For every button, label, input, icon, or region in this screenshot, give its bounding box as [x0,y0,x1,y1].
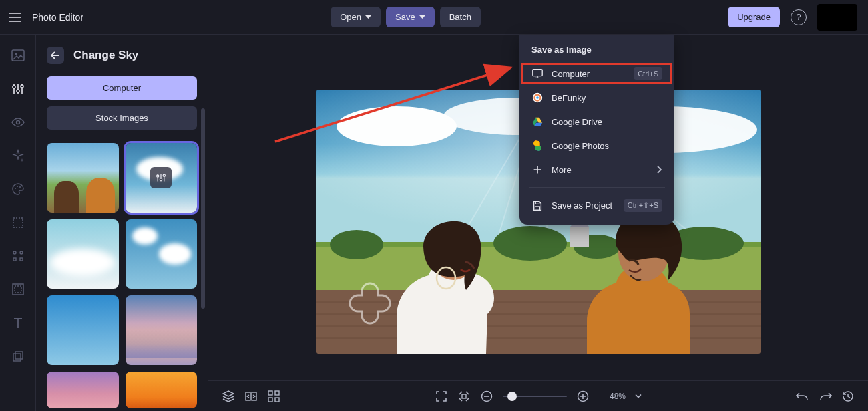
back-button[interactable] [47,47,64,64]
rail-frame-icon[interactable] [11,282,25,297]
zoom-value: 48% [599,392,626,401]
dd-item-google-photos[interactable]: Google Photos [519,134,674,158]
dd-label: Save as Project [552,200,612,211]
svg-point-8 [19,186,21,188]
redo-icon[interactable] [819,390,832,403]
svg-rect-58 [275,391,279,395]
svg-point-7 [17,186,18,187]
upgrade-button[interactable]: Upgrade [728,7,780,27]
dd-item-befunky[interactable]: BeFunky [519,86,674,110]
svg-point-1 [15,53,17,55]
layers-icon[interactable] [222,390,235,403]
zoom-out-icon[interactable] [480,390,493,403]
rail-text-icon[interactable] [11,315,25,330]
open-button[interactable]: Open [331,7,381,27]
dd-item-save-project[interactable]: Save as Project Ctrl+⇧+S [519,193,674,218]
app-title: Photo Editor [32,12,83,23]
thumb-sky-3[interactable] [126,219,198,289]
dd-item-computer[interactable]: Computer Ctrl+S [519,61,674,86]
dd-label: Google Photos [552,141,609,151]
menu-button[interactable] [7,9,24,26]
rail-palette-icon[interactable] [11,182,25,196]
side-panel: Change Sky Computer Stock Images [36,35,208,411]
chevron-right-icon [657,166,662,174]
batch-label: Batch [449,12,471,22]
svg-point-11 [20,251,23,254]
panel-scrollbar[interactable] [201,108,205,309]
svg-rect-38 [570,227,589,247]
chevron-down-icon[interactable] [635,393,642,400]
svg-point-18 [157,175,159,177]
svg-rect-53 [535,201,539,204]
dd-label: Computer [552,69,590,79]
rail-apps-icon[interactable] [11,249,25,263]
thumb-sky-7[interactable] [126,372,198,408]
avatar[interactable] [817,4,857,31]
zoom-slider[interactable] [503,396,567,397]
undo-icon[interactable] [796,390,809,403]
save-dropdown: Save as Image Computer Ctrl+S BeFunky Go… [519,35,674,225]
svg-point-35 [493,226,567,261]
svg-rect-13 [20,258,23,261]
thumb-sky-2[interactable] [47,219,119,289]
history-icon[interactable] [841,390,855,403]
dd-label: BeFunky [552,93,586,103]
thumb-sky-1[interactable] [126,143,198,213]
dd-item-google-drive[interactable]: Google Drive [519,110,674,134]
fullscreen-icon[interactable] [435,390,448,403]
gdrive-icon [531,116,544,128]
plus-icon [531,164,544,176]
monitor-icon [531,67,544,80]
chevron-down-icon [365,15,371,19]
save-label: Save [395,12,415,22]
save-button[interactable]: Save [386,7,435,27]
dd-shortcut: Ctrl+S [634,67,662,80]
tool-rail [0,35,36,411]
thumb-sky-5[interactable] [126,295,198,365]
svg-rect-59 [268,398,272,402]
svg-rect-54 [535,206,539,209]
svg-rect-15 [15,286,21,293]
fit-icon[interactable] [457,390,471,403]
chevron-down-icon [419,15,425,19]
dd-label: More [552,165,572,175]
rail-sparkle-icon[interactable] [11,148,25,163]
compare-icon[interactable] [244,390,258,403]
open-label: Open [340,12,361,22]
dropdown-separator [529,187,665,188]
svg-rect-40 [316,290,761,354]
svg-point-6 [15,188,16,189]
rail-sliders-icon[interactable] [11,82,25,96]
svg-rect-12 [13,258,16,261]
thumb-sky-6[interactable] [47,372,119,408]
batch-button[interactable]: Batch [440,7,481,27]
svg-rect-9 [13,218,23,227]
svg-point-19 [160,178,162,180]
svg-point-52 [536,96,539,99]
svg-point-10 [13,251,16,254]
zoom-in-icon[interactable] [576,390,590,403]
dd-shortcut: Ctrl+⇧+S [624,199,662,212]
bottom-toolbar: 48% [208,380,868,411]
svg-point-34 [330,230,383,259]
rail-layers-icon[interactable] [11,349,25,364]
svg-rect-49 [533,70,542,76]
thumb-original[interactable] [47,143,119,213]
rail-image-icon[interactable] [11,48,25,63]
svg-rect-16 [13,354,21,361]
svg-point-20 [163,174,165,176]
tab-computer[interactable]: Computer [47,76,197,100]
svg-point-4 [21,85,23,88]
tab-stock-images[interactable]: Stock Images [47,106,197,130]
svg-rect-57 [268,391,272,395]
rail-crop-icon[interactable] [11,215,25,230]
dd-item-more[interactable]: More [519,158,674,182]
gphotos-icon [531,140,544,152]
thumb-sky-4[interactable] [47,295,119,365]
rail-eye-icon[interactable] [11,115,25,130]
help-button[interactable]: ? [791,9,807,25]
svg-point-5 [16,121,19,124]
befunky-icon [531,92,544,104]
upgrade-label: Upgrade [737,12,771,22]
grid-icon[interactable] [267,390,280,403]
